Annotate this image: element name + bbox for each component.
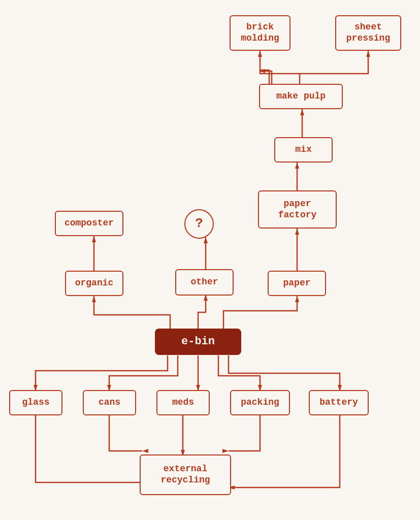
other-node: other (175, 269, 234, 296)
packing-node: packing (230, 390, 290, 415)
sheet-pressing-node: sheet pressing (335, 15, 401, 51)
svg-marker-24 (142, 449, 148, 453)
ebin-node: e-bin (155, 329, 241, 355)
external-recycling-node: external recycling (140, 454, 231, 495)
mix-node: mix (274, 137, 333, 162)
question-node: ? (184, 209, 214, 239)
svg-marker-13 (295, 229, 299, 235)
paper-node: paper (268, 271, 326, 296)
arrows-layer (0, 0, 420, 520)
svg-marker-14 (92, 296, 96, 302)
svg-marker-27 (222, 449, 229, 453)
cans-node: cans (83, 390, 136, 415)
glass-node: glass (9, 390, 62, 415)
svg-marker-16 (295, 296, 299, 302)
svg-marker-11 (204, 237, 208, 243)
brick-molding-node: brick molding (230, 15, 290, 51)
svg-marker-5 (300, 109, 304, 115)
make-pulp-node: make pulp (259, 84, 343, 109)
organic-node: organic (65, 271, 123, 296)
svg-marker-0 (260, 69, 265, 73)
composter-node: composter (55, 211, 123, 236)
svg-marker-2 (258, 51, 262, 57)
diagram: brick molding sheet pressing make pulp m… (0, 0, 420, 520)
svg-marker-3 (366, 51, 370, 57)
battery-node: battery (309, 390, 369, 415)
meds-node: meds (156, 390, 210, 415)
paper-factory-node: paper factory (258, 190, 337, 229)
svg-marker-9 (92, 236, 96, 242)
svg-marker-7 (295, 162, 299, 169)
